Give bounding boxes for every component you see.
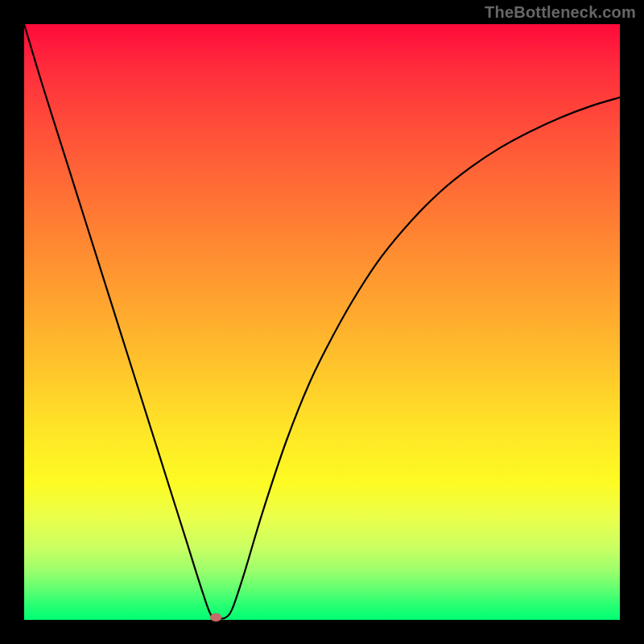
plot-area xyxy=(24,24,620,620)
bottleneck-curve xyxy=(24,24,620,620)
watermark-text: TheBottleneck.com xyxy=(485,3,636,22)
optimum-marker xyxy=(210,613,221,621)
curve-line xyxy=(24,24,620,619)
chart-frame: TheBottleneck.com xyxy=(0,0,644,644)
